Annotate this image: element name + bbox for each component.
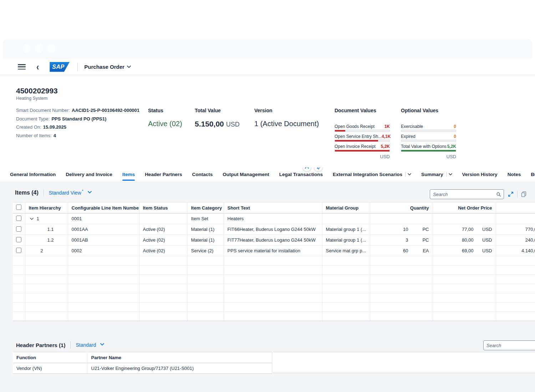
copy-icon[interactable] xyxy=(521,191,526,197)
empty-row xyxy=(13,284,535,293)
row-checkbox[interactable] xyxy=(16,237,21,242)
micro-chart-value: 5,2K xyxy=(447,144,456,149)
table-row[interactable]: 2 0002 Active (02) Service (2) PPS servi… xyxy=(13,246,535,256)
micro-chart-label: Exercisable xyxy=(401,124,423,129)
chevron-down-icon xyxy=(100,343,104,346)
micro-chart-bar xyxy=(335,140,378,141)
select-all-checkbox[interactable] xyxy=(16,205,21,210)
divider xyxy=(77,63,78,71)
items-title: Items (4) xyxy=(15,190,39,196)
tab-items[interactable]: Items xyxy=(122,168,135,181)
document-values-chart: Document Values Open Goods Receipt1K Ope… xyxy=(335,108,390,159)
collapse-row-icon[interactable] xyxy=(30,218,34,220)
back-icon[interactable]: ‹ xyxy=(36,62,39,72)
version-value: 1 (Active Document) xyxy=(254,120,319,128)
micro-chart-bar xyxy=(335,130,345,131)
hamburger-menu-icon[interactable] xyxy=(18,64,26,69)
view-selector[interactable]: Standard View* xyxy=(49,190,92,196)
partners-view-selector[interactable]: Standard xyxy=(76,342,104,348)
row-checkbox[interactable] xyxy=(16,216,21,221)
detail-label: Created On: xyxy=(16,124,41,130)
col-item-status[interactable]: Item Status xyxy=(139,202,187,213)
app-title[interactable]: Purchase Order xyxy=(84,64,131,70)
partners-toolbar: Header Partners (1) Standard xyxy=(16,341,104,349)
row-checkbox[interactable] xyxy=(16,248,21,253)
micro-chart-row: Exercisable0 xyxy=(401,124,456,132)
document-values-title: Document Values xyxy=(335,108,390,113)
chevron-down-icon[interactable] xyxy=(408,173,411,175)
empty-row xyxy=(13,303,535,312)
collapse-header-button[interactable] xyxy=(302,167,311,172)
micro-chart-label: Open Goods Receipt xyxy=(335,124,374,129)
micro-chart-row: Total Value with Options5,2K xyxy=(401,144,456,152)
row-checkbox[interactable] xyxy=(16,226,21,232)
modified-marker: * xyxy=(82,189,83,193)
object-page-header: 4500202993 Heating System Smart Document… xyxy=(0,75,535,167)
micro-chart-row: Expired0 xyxy=(401,134,456,142)
detail-label: Smart Document Number: xyxy=(16,108,70,113)
total-value-facet: Total Value 5.150,00USD xyxy=(195,108,240,128)
micro-chart-bar xyxy=(335,150,389,151)
micro-chart-row: Open Invoice Receipt5,2K xyxy=(335,144,390,152)
col-item-category[interactable]: Item Category xyxy=(187,202,224,213)
version-facet: Version 1 (Active Document) xyxy=(254,108,319,128)
detail-value: PPS Standard PO (PPS1) xyxy=(51,116,106,122)
chart-unit: USD xyxy=(335,154,390,159)
optional-values-chart: Optional Values Exercisable0 Expired0 To… xyxy=(401,108,456,159)
pin-header-button[interactable] xyxy=(314,167,323,172)
chevron-down-icon[interactable] xyxy=(449,173,452,175)
col-partner-name[interactable]: Partner Name xyxy=(87,352,272,363)
tab-external-integration-scenarios[interactable]: External Integration Scenarios xyxy=(333,168,411,181)
col-net-order-price[interactable]: Net Order Price xyxy=(433,202,496,213)
detail-label: Document Type: xyxy=(16,116,50,122)
tab-general-information[interactable]: General Information xyxy=(10,168,56,181)
sap-logo: SAP xyxy=(50,62,70,72)
tab-notes[interactable]: Notes xyxy=(508,168,521,181)
tab-summary[interactable]: Summary xyxy=(421,168,452,181)
search-icon[interactable] xyxy=(496,192,501,197)
micro-chart-label: Total Value with Options xyxy=(401,144,447,149)
micro-chart-value: 5,2K xyxy=(381,144,390,149)
total-value-currency: USD xyxy=(226,121,240,128)
full-screen-icon[interactable] xyxy=(508,191,514,197)
items-search-input[interactable] xyxy=(433,192,496,197)
table-row[interactable]: 1.2 0001AB Active (02) Material (1) FIT7… xyxy=(13,235,535,246)
window-chrome xyxy=(3,39,532,59)
table-row[interactable]: Vendor (VN) U21-Volker Engineering Group… xyxy=(13,363,272,374)
micro-chart-label: Expired xyxy=(401,134,416,139)
tab-business[interactable]: Busin xyxy=(531,168,535,181)
chevron-down-icon xyxy=(127,66,131,68)
col-config-number[interactable]: Configurable Line Item Number xyxy=(68,202,139,213)
empty-row xyxy=(13,275,535,284)
tab-contacts[interactable]: Contacts xyxy=(192,168,213,181)
tab-header-partners[interactable]: Header Partners xyxy=(145,168,182,181)
partners-table-extension xyxy=(273,352,535,373)
col-net-value xyxy=(496,202,535,213)
tab-delivery-and-invoice[interactable]: Delivery and Invoice xyxy=(66,168,112,181)
col-item-hierarchy[interactable]: Item Hierarchy xyxy=(25,202,68,213)
status-facet-title: Status xyxy=(148,108,182,113)
micro-chart-value: 0 xyxy=(454,124,456,129)
micro-chart-value: 4,1K xyxy=(382,134,391,139)
items-section: Items (4) Standard View* xyxy=(0,182,535,392)
window-dot xyxy=(35,44,43,53)
tab-output-management[interactable]: Output Management xyxy=(223,168,269,181)
tab-version-history[interactable]: Version History xyxy=(462,168,498,181)
window-dot xyxy=(22,44,31,53)
table-row[interactable]: 1 0001 Item Set Heaters xyxy=(13,213,535,224)
micro-chart-row: Open Goods Receipt1K xyxy=(335,124,390,132)
col-function[interactable]: Function xyxy=(13,352,87,363)
items-search xyxy=(430,189,504,199)
col-material-group[interactable]: Material Group xyxy=(322,202,370,213)
partners-header-row: Function Partner Name xyxy=(13,352,272,363)
partners-search xyxy=(483,340,535,350)
detail-value: 4 xyxy=(54,133,56,138)
col-quantity[interactable]: Quantity xyxy=(370,202,433,213)
partners-search-input[interactable] xyxy=(486,343,535,348)
micro-chart-row: Open Service Entry Sh...4,1K xyxy=(335,134,390,142)
table-row[interactable]: 1.1 0001AA Active (02) Material (1) FIT6… xyxy=(13,224,535,235)
col-short-text[interactable]: Short Text xyxy=(224,202,322,213)
empty-row xyxy=(13,293,535,303)
micro-chart-label: Open Service Entry Sh... xyxy=(335,134,382,139)
status-facet: Status Active (02) xyxy=(148,108,182,128)
